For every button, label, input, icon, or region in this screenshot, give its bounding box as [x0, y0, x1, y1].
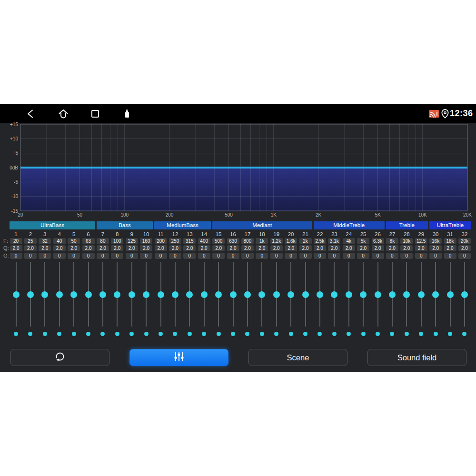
eq-slider-knob[interactable] [461, 291, 468, 298]
gain-value: 0 [212, 253, 225, 259]
eq-slider-knob[interactable] [172, 291, 178, 298]
slider-min-dot [361, 332, 366, 336]
slider-min-dot [159, 332, 163, 336]
band-number: 12 [168, 231, 182, 238]
slider-min-dot [115, 332, 119, 336]
eq-slider-knob[interactable] [99, 291, 106, 298]
reset-icon [54, 350, 66, 365]
eq-slider-knob[interactable] [418, 291, 425, 298]
gain-value: 0 [198, 253, 210, 259]
eq-slider-knob[interactable] [158, 291, 164, 298]
eq-slider-knob[interactable] [27, 291, 34, 298]
eq-slider-knob[interactable] [201, 291, 208, 298]
q-factor-value: 2.0 [68, 245, 80, 251]
q-factor-value: 2.0 [241, 245, 254, 251]
reset-button[interactable] [10, 349, 109, 366]
head-unit-display: 12:36 +15+10+50dB-5-10-1520501002005001K… [0, 104, 476, 372]
equalizer-screen: +15+10+50dB-5-10-1520501002005001K2K5K10… [0, 123, 476, 372]
q-factor-value: 2.0 [429, 245, 442, 251]
eq-slider-knob[interactable] [186, 291, 193, 298]
band-number: 4 [52, 231, 67, 238]
q-factor-value: 2.0 [444, 245, 456, 251]
equalizer-button[interactable] [129, 349, 228, 366]
band-group-mediumbass: MediumBass [154, 221, 211, 229]
eq-slider-knob[interactable] [143, 291, 149, 298]
slider-min-dot [317, 332, 322, 336]
band-number: 2 [23, 231, 38, 238]
eq-slider-knob[interactable] [114, 291, 120, 298]
x-axis-tick-label: 200 [166, 212, 174, 218]
slider-min-dot [274, 332, 278, 336]
q-factor-value: 2.0 [198, 245, 210, 251]
eq-slider-knob[interactable] [230, 291, 237, 298]
eq-slider-knob[interactable] [403, 291, 410, 298]
band-number: 10 [139, 231, 153, 238]
x-axis-tick-label: 2K [316, 212, 322, 218]
home-icon[interactable] [58, 108, 69, 119]
eq-slider-knob[interactable] [56, 291, 63, 298]
eq-slider-knob[interactable] [432, 291, 439, 298]
frequency-value: 400 [198, 238, 210, 244]
gain-value: 0 [415, 253, 427, 259]
gain-value: 0 [169, 253, 181, 259]
eq-slider-knob[interactable] [244, 291, 251, 298]
q-factor-value: 2.0 [357, 245, 369, 251]
usb-icon[interactable] [121, 108, 133, 119]
back-icon[interactable] [25, 108, 37, 119]
slider-min-dot [347, 332, 351, 336]
frequency-value: 3.1k [328, 238, 340, 244]
screen-mirror-icon [428, 109, 440, 118]
slider-min-dot [260, 332, 264, 336]
slider-min-dot [419, 332, 423, 336]
gain-value: 0 [400, 253, 413, 259]
q-factor-value: 2.0 [111, 245, 123, 251]
q-factor-value: 2.0 [328, 245, 340, 251]
eq-slider-knob[interactable] [13, 291, 20, 298]
band-number: 5 [67, 231, 81, 238]
eq-slider-knob[interactable] [129, 291, 135, 298]
band-number: 3 [38, 231, 52, 238]
eq-slider-knob[interactable] [346, 291, 352, 298]
eq-slider-knob[interactable] [389, 291, 396, 298]
scene-button[interactable]: Scene [248, 349, 347, 366]
eq-slider-knob[interactable] [302, 291, 309, 298]
q-factor-value: 2.0 [155, 245, 167, 251]
frequency-value: 1k [256, 238, 268, 244]
frequency-value: 800 [241, 238, 254, 244]
band-number: 23 [327, 231, 341, 238]
eq-slider-knob[interactable] [331, 291, 337, 298]
gain-value: 0 [285, 253, 297, 259]
band-number: 25 [356, 231, 370, 238]
gain-value: 0 [97, 253, 109, 259]
band-group-treble: Treble [386, 221, 428, 229]
eq-slider-knob[interactable] [375, 291, 381, 298]
recents-icon[interactable] [89, 108, 101, 119]
y-axis-tick-label: -5 [14, 179, 18, 185]
eq-slider-knob[interactable] [70, 291, 77, 298]
frequency-value: 200 [155, 238, 167, 244]
eq-slider-knob[interactable] [360, 291, 367, 298]
eq-slider-knob[interactable] [288, 291, 294, 298]
band-number: 21 [298, 231, 313, 238]
band-number: 28 [399, 231, 414, 238]
eq-slider-knob[interactable] [85, 291, 92, 298]
sound-field-button[interactable]: Sound field [367, 349, 466, 366]
eq-slider-knob[interactable] [447, 291, 454, 298]
gain-value: 0 [270, 253, 283, 259]
frequency-value: 315 [183, 238, 196, 244]
band-number: 30 [428, 231, 443, 238]
frequency-value: 1.6k [285, 238, 297, 244]
q-factor-value: 2.0 [256, 245, 268, 251]
gain-value: 0 [386, 253, 398, 259]
slider-min-dot [57, 332, 61, 336]
q-factor-value: 2.0 [97, 245, 109, 251]
band-number: 31 [443, 231, 457, 238]
eq-slider-knob[interactable] [317, 291, 323, 298]
eq-slider-knob[interactable] [258, 291, 265, 298]
eq-slider-knob[interactable] [41, 291, 48, 298]
eq-slider-knob[interactable] [273, 291, 280, 298]
eq-slider-knob[interactable] [215, 291, 222, 298]
gain-value: 0 [82, 253, 95, 259]
q-factor-value: 2.0 [227, 245, 239, 251]
band-number: 11 [154, 231, 168, 238]
